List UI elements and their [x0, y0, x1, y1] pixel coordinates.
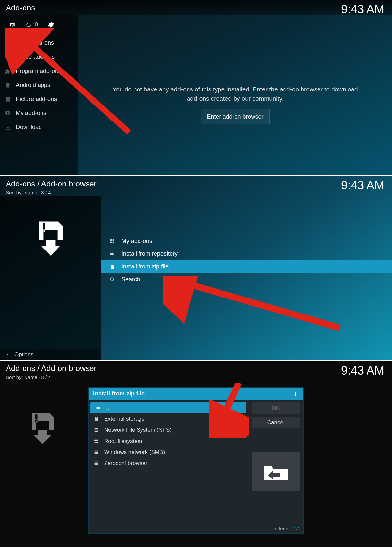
enter-addon-browser-button[interactable]: Enter add-on browser — [201, 109, 270, 124]
box-open-icon[interactable] — [9, 22, 16, 28]
browser-item-install-zip[interactable]: Install from zip file — [101, 260, 392, 273]
nav-label: Program add-ons — [16, 68, 61, 74]
clock: 9:43 AM — [341, 364, 384, 378]
hdd-icon — [93, 438, 100, 444]
android-icon — [5, 82, 11, 89]
addon-browser-screen: Add-ons / Add-on browser Sort by: Name ·… — [0, 175, 392, 360]
breadcrumb: Add-ons / Add-on browser — [6, 179, 97, 188]
folder-up-icon — [95, 405, 102, 411]
item-label: Network File System (NFS) — [104, 427, 172, 433]
file-item-smb[interactable]: Windows network (SMB) — [89, 447, 248, 458]
refresh-count[interactable]: 0 — [25, 21, 38, 28]
network-icon — [93, 460, 100, 467]
breadcrumb: Add-ons / Add-on browser — [6, 364, 97, 373]
sidebar-item-music-addons[interactable]: Music add-ons — [0, 36, 78, 50]
item-label: .. — [106, 405, 109, 411]
nav-label: Download — [16, 124, 42, 131]
file-item-zeroconf[interactable]: Zeroconf browser — [89, 458, 248, 469]
install-zip-dialog-screen: Add-ons / Add-on browser Sort by: Name ·… — [0, 360, 392, 547]
file-item-root[interactable]: Root filesystem — [89, 436, 248, 447]
sidebar-item-game-addons[interactable]: Game add-ons — [0, 50, 78, 64]
dialog-side-buttons: OK Cancel — [248, 400, 303, 524]
gamepad-icon — [5, 54, 11, 60]
item-count-page: 1/1 — [293, 526, 300, 531]
browser-item-my-addons[interactable]: My add-ons — [101, 235, 392, 248]
sidebar-item-program-addons[interactable]: Program add-ons — [0, 64, 78, 78]
count-value: 0 — [35, 21, 38, 28]
nav-label: Picture add-ons — [16, 96, 57, 103]
item-label: Install from zip file — [122, 263, 169, 270]
options-icon — [5, 351, 11, 358]
zip-download-icon — [29, 218, 72, 258]
header-bar: Add-ons / Add-on browser Sort by: Name ·… — [0, 176, 392, 196]
cancel-button[interactable]: Cancel — [252, 417, 300, 428]
sidebar-item-my-addons[interactable]: My add-ons — [0, 106, 78, 120]
headphones-icon — [5, 40, 11, 46]
download-icon — [5, 124, 11, 131]
nav-label: Android apps — [16, 82, 50, 89]
browser-item-install-repo[interactable]: Install from repository — [101, 248, 392, 260]
gears-icon — [5, 110, 11, 117]
item-label: Search — [122, 276, 140, 283]
item-label: Install from repository — [122, 250, 178, 257]
browser-item-search[interactable]: Search — [101, 273, 392, 286]
sdcard-icon — [93, 416, 100, 422]
empty-state: You do not have any add-ons of this type… — [78, 85, 392, 124]
sidebar-item-android-apps[interactable]: Android apps — [0, 78, 78, 92]
options-label: Options — [14, 351, 34, 358]
addons-main-screen: Add-ons 9:43 AM 0 Music add-ons Gam — [0, 0, 392, 175]
nav-label: Game add-ons — [16, 54, 55, 60]
dialog-file-list: .. External storage Network File System … — [89, 400, 248, 524]
file-item-external-storage[interactable]: External storage — [89, 413, 248, 425]
kodi-logo-icon — [292, 391, 299, 397]
sort-info: Sort by: Name · 3 / 4 — [6, 374, 51, 380]
browser-list: My add-ons Install from repository Insta… — [101, 235, 392, 286]
dialog-title-bar: Install from zip file — [89, 388, 303, 400]
sort-info: Sort by: Name · 3 / 4 — [6, 190, 51, 195]
sidebar-top-icons: 0 — [0, 17, 78, 36]
sidebar-item-download[interactable]: Download — [0, 120, 78, 134]
install-zip-dialog: Install from zip file .. External storag… — [88, 387, 304, 534]
file-item-nfs[interactable]: Network File System (NFS) — [89, 425, 248, 436]
header-bar: Add-ons 9:43 AM — [0, 0, 392, 15]
dialog-footer: 5 items · 1/1 — [89, 524, 303, 533]
svg-line-1 — [176, 281, 340, 328]
refresh-icon — [25, 22, 32, 28]
ok-button[interactable]: OK — [252, 402, 300, 414]
item-label: Zeroconf browser — [104, 460, 147, 467]
puzzle-icon — [5, 68, 11, 74]
folder-back-icon — [261, 460, 290, 483]
gear-icon[interactable] — [48, 22, 54, 28]
sidebar-item-picture-addons[interactable]: Picture add-ons — [0, 92, 78, 106]
zip-download-icon — [23, 410, 62, 446]
cloud-icon — [109, 251, 116, 257]
nav-label: My add-ons — [16, 110, 46, 117]
item-label: Root filesystem — [104, 438, 142, 444]
sidebar: 0 Music add-ons Game add-ons Program add… — [0, 15, 78, 175]
item-label: My add-ons — [122, 238, 152, 245]
search-icon — [109, 276, 116, 283]
grid-icon — [109, 238, 116, 245]
zip-icon — [109, 264, 116, 270]
network-icon — [93, 449, 100, 456]
empty-text: You do not have any add-ons of this type… — [108, 85, 363, 103]
image-icon — [5, 96, 11, 103]
file-item-up[interactable]: .. — [90, 402, 246, 413]
dialog-title: Install from zip file — [93, 390, 145, 397]
clock: 9:43 AM — [341, 179, 384, 192]
screen-title: Add-ons — [6, 3, 35, 12]
options-footer[interactable]: Options — [0, 349, 101, 360]
dialog-body: .. External storage Network File System … — [89, 400, 303, 524]
preview-pane — [0, 381, 85, 547]
item-count-label: items · — [276, 526, 294, 531]
item-label: Windows network (SMB) — [104, 449, 165, 456]
nav-label: Music add-ons — [16, 40, 54, 46]
item-label: External storage — [104, 416, 145, 422]
item-count-num: 5 — [273, 526, 276, 531]
preview-pane — [0, 196, 101, 360]
network-icon — [93, 427, 100, 433]
preview-thumb — [252, 452, 300, 491]
clock: 9:43 AM — [341, 3, 384, 16]
